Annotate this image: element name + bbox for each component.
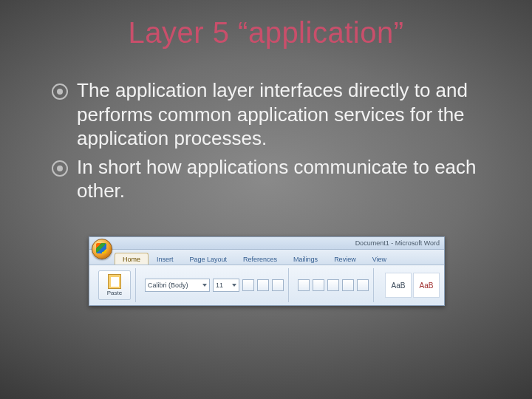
- font-family-value: Calibri (Body): [148, 282, 188, 289]
- align-center-button[interactable]: [342, 279, 354, 291]
- bullet-text: The application layer interfaces directl…: [77, 78, 488, 151]
- ribbon-tabs: Home Insert Page Layout References Maili…: [89, 250, 444, 265]
- paste-button[interactable]: Paste: [98, 270, 131, 300]
- font-size-select[interactable]: 11: [213, 279, 239, 292]
- bullet-icon: [52, 160, 68, 177]
- bullet-item: In short how applications communicate to…: [52, 155, 488, 203]
- tab-review[interactable]: Review: [326, 253, 364, 265]
- style-heading[interactable]: AaB: [413, 273, 440, 298]
- style-normal[interactable]: AaB: [385, 273, 412, 298]
- bullet-item: The application layer interfaces directl…: [52, 78, 488, 151]
- styles-group: AaB AaB: [385, 273, 440, 298]
- slide-title: Layer 5 “application”: [0, 16, 532, 50]
- tab-references[interactable]: References: [235, 253, 285, 265]
- align-left-button[interactable]: [327, 279, 339, 291]
- tab-home[interactable]: Home: [115, 253, 149, 265]
- paragraph-group: [293, 268, 374, 302]
- font-group: Calibri (Body) 11: [140, 268, 289, 302]
- window-titlebar: Document1 - Microsoft Word: [89, 237, 444, 250]
- chevron-down-icon: [202, 284, 207, 287]
- italic-button[interactable]: [257, 279, 269, 291]
- bullet-icon: [52, 83, 68, 100]
- tab-insert[interactable]: Insert: [149, 253, 182, 265]
- font-size-value: 11: [216, 282, 223, 289]
- clipboard-group: Paste: [94, 268, 136, 302]
- numbering-button[interactable]: [313, 279, 324, 291]
- font-family-select[interactable]: Calibri (Body): [145, 279, 210, 292]
- body-text: The application layer interfaces directl…: [52, 78, 488, 208]
- paste-icon: [108, 274, 121, 289]
- bold-button[interactable]: [242, 279, 254, 291]
- align-right-button[interactable]: [357, 279, 369, 291]
- window-title: Document1 - Microsoft Word: [355, 239, 440, 247]
- chevron-down-icon: [232, 284, 236, 287]
- tab-mailings[interactable]: Mailings: [285, 253, 326, 265]
- paste-label: Paste: [107, 290, 122, 296]
- office-button[interactable]: [92, 239, 112, 259]
- tab-view[interactable]: View: [364, 253, 395, 265]
- slide: Layer 5 “application” The application la…: [0, 0, 532, 399]
- ribbon-body: Paste Calibri (Body) 11: [89, 265, 444, 305]
- underline-button[interactable]: [272, 279, 284, 291]
- tab-page-layout[interactable]: Page Layout: [182, 253, 236, 265]
- bullet-text: In short how applications communicate to…: [77, 155, 488, 203]
- bullets-button[interactable]: [298, 279, 310, 291]
- word-ribbon: Document1 - Microsoft Word Home Insert P…: [89, 236, 445, 306]
